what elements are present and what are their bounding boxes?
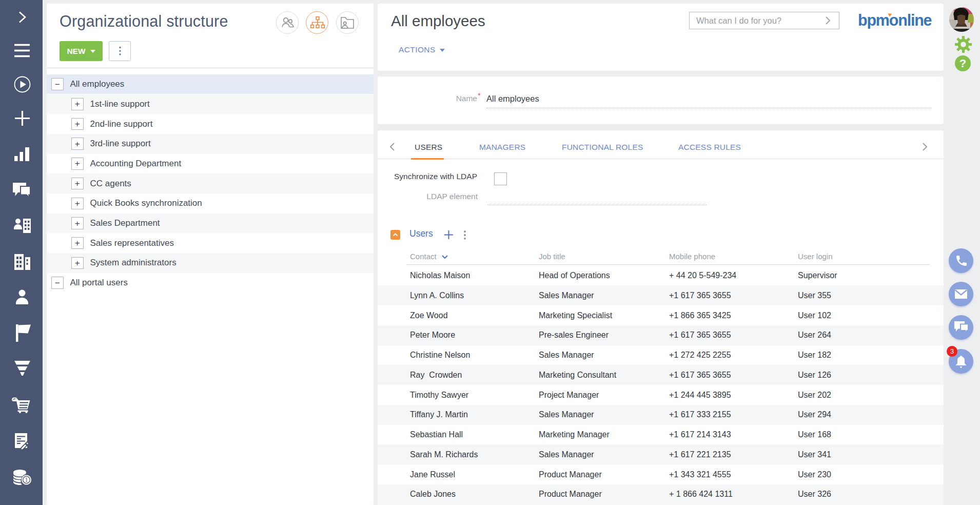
svg-text:bpmonline: bpmonline — [858, 11, 932, 29]
svg-text:1: 1 — [25, 476, 28, 483]
